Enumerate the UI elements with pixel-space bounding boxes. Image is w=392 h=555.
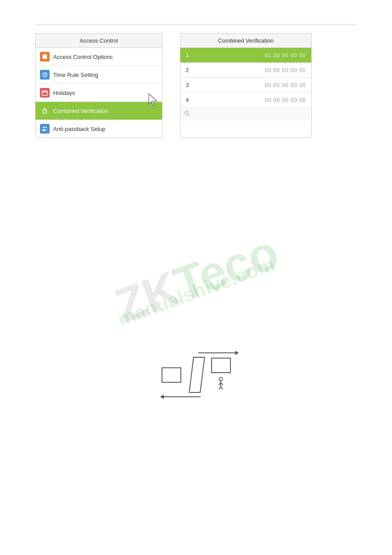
svg-line-3 xyxy=(45,75,46,76)
svg-point-15 xyxy=(219,377,223,381)
menu-item-anti-passback-setup[interactable]: Anti-passback Setup xyxy=(36,120,162,138)
menu-label-anti-passback-setup: Anti-passback Setup xyxy=(53,126,105,132)
svg-rect-0 xyxy=(43,54,47,59)
lock-icon xyxy=(40,106,50,116)
main-content: Access Control Access Control Options Ti… xyxy=(35,33,357,138)
top-divider xyxy=(35,24,357,25)
door-diagram xyxy=(152,352,240,397)
door-shape xyxy=(187,355,207,395)
combined-verification-panel: Combined Verification 1 01 00 00 00 00 2… xyxy=(180,33,312,138)
calendar-icon xyxy=(40,88,50,98)
shield-icon xyxy=(40,52,50,62)
row-data-4: 00 00 00 00 00 xyxy=(199,97,306,103)
arrow-left xyxy=(163,396,201,397)
svg-marker-14 xyxy=(189,357,205,392)
menu-label-access-control-options: Access Control Options xyxy=(53,54,113,60)
svg-point-10 xyxy=(46,127,47,128)
menu-item-holidays[interactable]: Holidays xyxy=(36,84,162,102)
menu-label-combined-verification: Combined Verification xyxy=(53,108,108,114)
right-device-box xyxy=(211,358,231,373)
row-num-2: 2 xyxy=(186,67,199,73)
cursor-arrow xyxy=(147,93,161,109)
arrow-right xyxy=(198,352,236,353)
row-data-3: 00 00 00 00 00 xyxy=(199,82,306,88)
svg-marker-11 xyxy=(149,94,157,106)
users-icon xyxy=(40,124,50,134)
row-num-4: 4 xyxy=(186,97,199,103)
combined-row-3[interactable]: 3 00 00 00 00 00 xyxy=(180,78,311,93)
menu-item-combined-verification[interactable]: Combined Verification xyxy=(36,102,162,120)
svg-line-19 xyxy=(219,386,221,390)
svg-line-13 xyxy=(188,115,190,116)
access-control-header: Access Control xyxy=(36,34,162,48)
svg-point-9 xyxy=(43,127,45,128)
left-device-box xyxy=(162,367,181,383)
watermark-area: ZKTeco manualshive.com xyxy=(0,147,392,410)
row-data-2: 00 00 00 00 00 xyxy=(199,67,306,73)
person-icon xyxy=(216,377,226,392)
search-input[interactable] xyxy=(193,111,308,117)
row-num-1: 1 xyxy=(186,52,199,58)
search-icon xyxy=(184,110,190,118)
combined-verification-header: Combined Verification xyxy=(180,34,311,48)
svg-line-20 xyxy=(221,386,223,390)
svg-rect-8 xyxy=(43,110,47,113)
menu-item-time-rule-setting[interactable]: Time Rule Setting xyxy=(36,66,162,84)
menu-label-time-rule-setting: Time Rule Setting xyxy=(53,72,98,78)
row-num-3: 3 xyxy=(186,82,199,88)
combined-row-2[interactable]: 2 00 00 00 00 00 xyxy=(180,63,311,78)
svg-rect-4 xyxy=(42,91,47,95)
clock-icon xyxy=(40,70,50,80)
combined-row-4[interactable]: 4 00 00 00 00 00 xyxy=(180,93,311,108)
menu-label-holidays: Holidays xyxy=(53,90,75,96)
row-data-1: 01 00 00 00 00 xyxy=(199,52,306,58)
access-control-panel: Access Control Access Control Options Ti… xyxy=(35,33,162,138)
combined-row-1[interactable]: 1 01 00 00 00 00 xyxy=(180,48,311,63)
search-row xyxy=(180,108,311,120)
svg-point-12 xyxy=(185,111,188,115)
menu-item-access-control-options[interactable]: Access Control Options xyxy=(36,48,162,66)
